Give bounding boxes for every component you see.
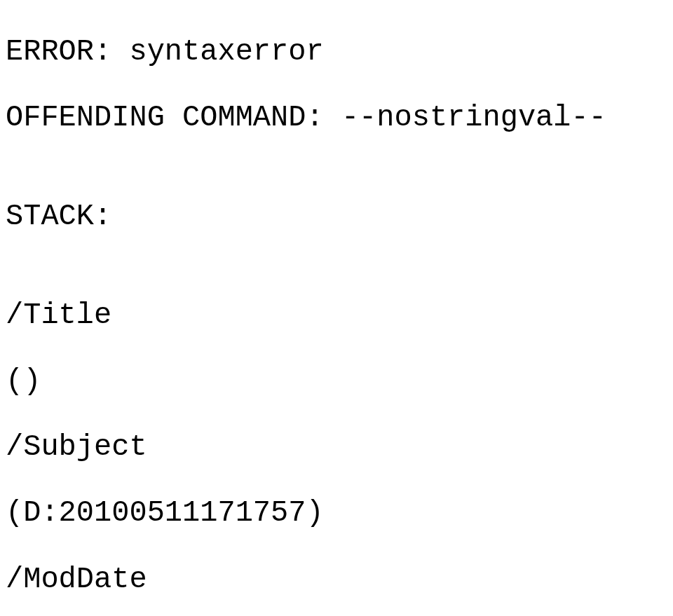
stack-moddate-key: /ModDate <box>6 563 667 596</box>
stack-subject-key: /Subject <box>6 431 667 464</box>
stack-title-key: /Title <box>6 299 667 332</box>
error-line: ERROR: syntaxerror <box>6 36 667 69</box>
stack-title-value: () <box>6 365 667 398</box>
stack-header: STACK: <box>6 200 667 233</box>
error-output: ERROR: syntaxerror OFFENDING COMMAND: --… <box>0 0 673 616</box>
stack-subject-value: (D:20100511171757) <box>6 497 667 530</box>
offending-command-line: OFFENDING COMMAND: --nostringval-- <box>6 102 667 135</box>
